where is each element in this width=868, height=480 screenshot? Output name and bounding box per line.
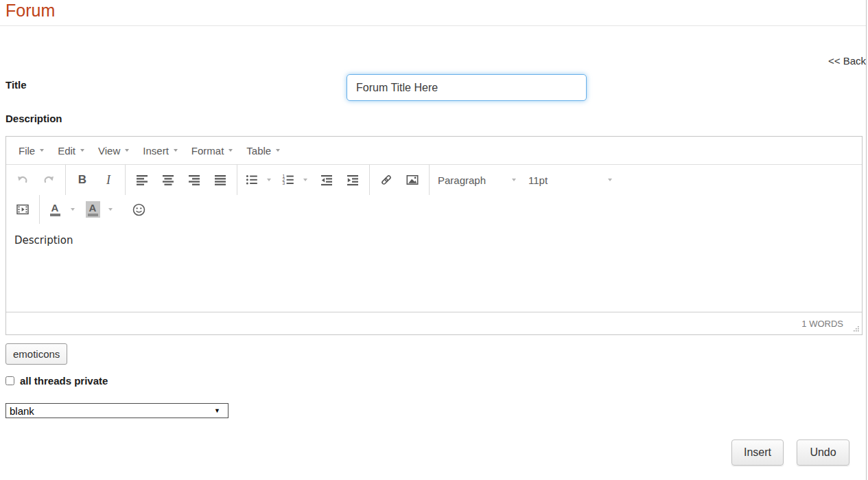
emoticons-button[interactable]: emoticons [5, 343, 67, 365]
bullet-list-button[interactable] [241, 170, 263, 190]
italic-icon: I [106, 173, 110, 187]
align-center-icon [161, 173, 175, 187]
undo-button[interactable] [10, 170, 36, 190]
title-label: Title [5, 79, 27, 91]
bold-icon: B [78, 173, 86, 187]
all-threads-private-checkbox[interactable] [5, 376, 14, 385]
forum-edit-page: Forum << Back Title Description File Edi… [0, 0, 868, 480]
threads-private-row: all threads private [5, 375, 108, 387]
align-justify-icon [213, 173, 227, 187]
align-right-button[interactable] [181, 170, 207, 190]
template-select-value: blank [6, 405, 214, 417]
template-select[interactable]: blank ▼ [5, 403, 228, 418]
align-left-icon [135, 173, 149, 187]
format-select[interactable]: Paragraph [432, 170, 523, 190]
bold-button[interactable]: B [69, 170, 95, 190]
menu-file[interactable]: File [12, 140, 51, 161]
background-color-icon: A [89, 203, 97, 213]
numbered-list-button[interactable]: 1 2 3 [277, 170, 299, 190]
media-icon [16, 203, 30, 216]
align-right-icon [187, 173, 201, 187]
outdent-icon [320, 173, 333, 187]
page-title: Forum [5, 0, 55, 21]
chevron-down-icon [512, 179, 516, 181]
page-right-border [866, 0, 867, 480]
background-color-swatch [88, 214, 98, 216]
menu-format[interactable]: Format [185, 140, 240, 161]
editor-statusbar: 1 WORDS [6, 312, 862, 334]
italic-button[interactable]: I [95, 170, 121, 190]
undo-icon [16, 173, 30, 187]
svg-text:3: 3 [282, 181, 285, 185]
numbered-list-icon: 1 2 3 [281, 173, 295, 187]
chevron-down-icon [608, 179, 612, 181]
chevron-down-icon [125, 149, 129, 152]
link-icon [379, 173, 393, 187]
select-arrow-icon: ▼ [214, 407, 228, 414]
chevron-down-icon [174, 149, 178, 152]
chevron-down-icon [228, 149, 233, 152]
editor-menubar: File Edit View Insert Format Table [6, 137, 862, 165]
background-color-menu-button[interactable] [104, 199, 116, 220]
back-link[interactable]: << Back [828, 55, 866, 67]
title-input[interactable] [347, 74, 587, 101]
numbered-list-menu-button[interactable] [299, 170, 311, 190]
text-color-button[interactable]: A [43, 199, 67, 220]
chevron-down-icon [276, 149, 280, 152]
text-color-icon: A [51, 203, 59, 213]
redo-icon [42, 173, 56, 187]
resize-grip[interactable] [852, 325, 860, 332]
bullet-list-menu-button[interactable] [263, 170, 274, 190]
redo-button[interactable] [36, 170, 62, 190]
chevron-down-icon [80, 149, 84, 152]
description-label: Description [5, 113, 62, 124]
insert-link-button[interactable] [373, 170, 399, 190]
header-divider [0, 25, 866, 26]
wordcount-label: 1 WORDS [801, 319, 843, 329]
text-color-menu-button[interactable] [67, 199, 78, 220]
all-threads-private-label[interactable]: all threads private [20, 375, 108, 387]
editor-toolbar-row1: B I [6, 165, 862, 195]
menu-insert[interactable]: Insert [136, 140, 185, 161]
undo-form-button[interactable]: Undo [797, 439, 849, 466]
menu-view[interactable]: View [91, 140, 136, 161]
align-left-button[interactable] [129, 170, 155, 190]
menu-edit[interactable]: Edit [51, 140, 91, 161]
align-justify-button[interactable] [207, 170, 233, 190]
editor-content-area[interactable]: Description [6, 224, 862, 312]
emoticons-smiley-icon [132, 203, 146, 217]
insert-image-button[interactable] [399, 170, 425, 190]
chevron-down-icon [303, 179, 307, 181]
background-color-button[interactable]: A [81, 199, 104, 220]
align-center-button[interactable] [155, 170, 181, 190]
bullet-list-icon [245, 173, 259, 187]
editor-toolbar-row2: A A [6, 195, 862, 224]
chevron-down-icon [71, 208, 75, 211]
insert-media-button[interactable] [10, 199, 36, 220]
indent-icon [346, 173, 360, 187]
text-color-swatch [50, 214, 60, 216]
emoticons-toolbar-button[interactable] [126, 199, 152, 220]
rich-text-editor: File Edit View Insert Format Table [5, 136, 863, 335]
outdent-button[interactable] [314, 170, 340, 190]
chevron-down-icon [108, 208, 113, 211]
image-icon [406, 173, 419, 187]
chevron-down-icon [40, 149, 44, 152]
menu-table[interactable]: Table [239, 140, 287, 161]
fontsize-select[interactable]: 11pt [523, 170, 619, 190]
chevron-down-icon [267, 179, 271, 181]
toolbar-separator [429, 165, 430, 195]
insert-button[interactable]: Insert [731, 439, 784, 466]
indent-button[interactable] [340, 170, 366, 190]
